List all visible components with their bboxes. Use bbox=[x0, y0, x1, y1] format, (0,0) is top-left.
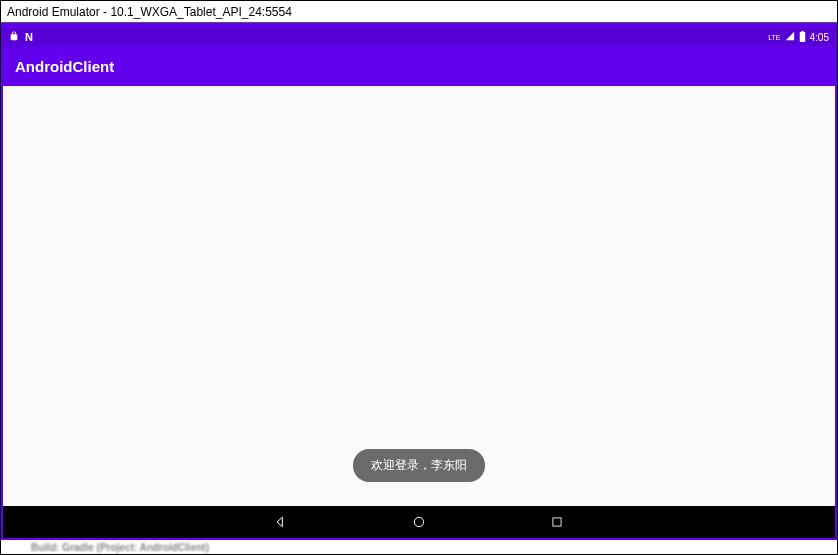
nav-recents-button[interactable] bbox=[548, 513, 566, 531]
status-bar-right: LTE 4:05 bbox=[768, 31, 829, 44]
toast-text: 欢迎登录，李东阳 bbox=[371, 458, 467, 472]
ide-strip-text: Build: Gradle (Project: AndroidClient) bbox=[31, 542, 209, 553]
status-bar-left: N bbox=[9, 31, 33, 43]
emulator-window: Android Emulator - 10.1_WXGA_Tablet_API_… bbox=[0, 0, 838, 555]
svg-point-2 bbox=[414, 517, 423, 526]
ide-bottom-strip: Build: Gradle (Project: AndroidClient) bbox=[1, 540, 837, 554]
svg-rect-0 bbox=[799, 32, 805, 42]
lock-icon bbox=[9, 31, 19, 43]
signal-icon bbox=[785, 31, 795, 43]
android-status-bar[interactable]: N LTE 4:05 bbox=[3, 28, 835, 46]
emulator-shell: N LTE 4:05 AndroidClient 欢迎登录，李东阳 bbox=[1, 23, 837, 540]
n-preview-icon: N bbox=[25, 31, 33, 43]
app-content-area[interactable]: 欢迎登录，李东阳 bbox=[3, 86, 835, 506]
app-title: AndroidClient bbox=[15, 58, 114, 75]
lte-label: LTE bbox=[768, 34, 780, 41]
window-titlebar[interactable]: Android Emulator - 10.1_WXGA_Tablet_API_… bbox=[1, 1, 837, 23]
nav-back-button[interactable] bbox=[272, 513, 290, 531]
svg-rect-3 bbox=[553, 518, 561, 526]
toast-message: 欢迎登录，李东阳 bbox=[353, 449, 485, 482]
window-title: Android Emulator - 10.1_WXGA_Tablet_API_… bbox=[7, 5, 292, 19]
status-clock: 4:05 bbox=[810, 32, 829, 43]
app-action-bar: AndroidClient bbox=[3, 46, 835, 86]
battery-icon bbox=[799, 31, 806, 44]
nav-home-button[interactable] bbox=[410, 513, 428, 531]
svg-rect-1 bbox=[801, 31, 803, 32]
android-nav-bar bbox=[3, 506, 835, 538]
